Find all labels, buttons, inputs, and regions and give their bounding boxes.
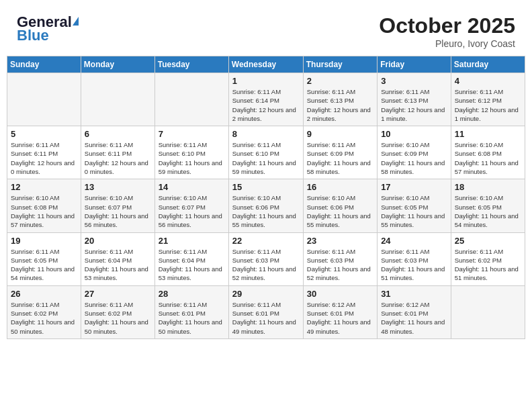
day-info-text: Sunrise: 6:11 AM xyxy=(159,140,225,149)
day-info-text: Sunset: 6:12 PM xyxy=(455,96,521,105)
calendar-cell: 15Sunrise: 6:10 AMSunset: 6:06 PMDayligh… xyxy=(228,179,303,232)
day-info-text: Daylight: 11 hours and 58 minutes. xyxy=(381,158,447,177)
day-number: 22 xyxy=(232,236,300,246)
day-info-text: Sunset: 6:01 PM xyxy=(159,309,225,318)
day-info-text: Sunrise: 6:11 AM xyxy=(11,300,77,309)
calendar-cell: 9Sunrise: 6:11 AMSunset: 6:09 PMDaylight… xyxy=(303,126,377,179)
calendar-cell: 2Sunrise: 6:11 AMSunset: 6:13 PMDaylight… xyxy=(303,73,377,126)
day-info-text: Sunrise: 6:12 AM xyxy=(381,300,447,309)
day-info-text: Sunrise: 6:11 AM xyxy=(11,140,77,149)
day-info-text: Sunrise: 6:10 AM xyxy=(455,193,521,202)
day-info-text: Sunrise: 6:10 AM xyxy=(159,193,225,202)
day-info-text: Sunrise: 6:10 AM xyxy=(455,140,521,149)
day-info-text: Sunrise: 6:11 AM xyxy=(85,300,151,309)
day-number: 27 xyxy=(85,289,151,299)
calendar-cell: 16Sunrise: 6:10 AMSunset: 6:06 PMDayligh… xyxy=(303,179,377,232)
day-info-text: Daylight: 11 hours and 54 minutes. xyxy=(11,265,77,283)
calendar-cell: 14Sunrise: 6:10 AMSunset: 6:07 PMDayligh… xyxy=(154,179,228,232)
logo-triangle-icon xyxy=(73,17,79,26)
day-info-text: Daylight: 11 hours and 56 minutes. xyxy=(159,212,225,230)
day-info-text: Daylight: 11 hours and 58 minutes. xyxy=(307,158,373,177)
day-info-text: Sunset: 6:06 PM xyxy=(307,203,373,212)
day-number: 24 xyxy=(381,236,447,246)
weekday-header: Friday xyxy=(378,56,451,73)
day-number: 20 xyxy=(85,236,151,246)
day-info-text: Sunset: 6:13 PM xyxy=(381,96,447,105)
day-info-text: Sunset: 6:04 PM xyxy=(85,256,151,265)
day-info-text: Sunrise: 6:10 AM xyxy=(11,193,77,202)
calendar-cell: 4Sunrise: 6:11 AMSunset: 6:12 PMDaylight… xyxy=(451,73,525,126)
day-info-text: Sunset: 6:04 PM xyxy=(159,256,225,265)
day-number: 9 xyxy=(307,129,373,139)
weekday-header: Thursday xyxy=(303,56,377,73)
day-info-text: Sunset: 6:01 PM xyxy=(232,309,300,318)
day-number: 29 xyxy=(232,289,300,299)
calendar-cell: 18Sunrise: 6:10 AMSunset: 6:05 PMDayligh… xyxy=(451,179,525,232)
day-info-text: Sunrise: 6:12 AM xyxy=(307,300,373,309)
day-number: 19 xyxy=(11,236,77,246)
day-number: 25 xyxy=(455,236,521,246)
calendar-cell: 24Sunrise: 6:11 AMSunset: 6:03 PMDayligh… xyxy=(378,232,451,285)
day-info-text: Daylight: 11 hours and 50 minutes. xyxy=(85,318,151,336)
calendar-cell xyxy=(81,73,154,126)
day-number: 28 xyxy=(159,289,225,299)
day-info-text: Sunrise: 6:11 AM xyxy=(232,87,300,96)
day-info-text: Sunset: 6:03 PM xyxy=(381,256,447,265)
day-info-text: Sunrise: 6:11 AM xyxy=(232,247,300,256)
calendar-cell: 11Sunrise: 6:10 AMSunset: 6:08 PMDayligh… xyxy=(451,126,525,179)
logo-blue: Blue xyxy=(17,27,49,44)
calendar-cell: 22Sunrise: 6:11 AMSunset: 6:03 PMDayligh… xyxy=(228,232,303,285)
day-info-text: Daylight: 11 hours and 57 minutes. xyxy=(11,212,77,230)
day-info-text: Sunrise: 6:10 AM xyxy=(85,193,151,202)
day-info-text: Sunrise: 6:11 AM xyxy=(159,247,225,256)
day-info-text: Daylight: 11 hours and 52 minutes. xyxy=(307,265,373,283)
day-number: 15 xyxy=(232,182,300,192)
day-info-text: Daylight: 11 hours and 49 minutes. xyxy=(232,318,300,336)
calendar-table: SundayMondayTuesdayWednesdayThursdayFrid… xyxy=(7,56,525,339)
day-info-text: Sunset: 6:03 PM xyxy=(307,256,373,265)
calendar-cell xyxy=(451,285,525,338)
calendar-cell: 30Sunrise: 6:12 AMSunset: 6:01 PMDayligh… xyxy=(303,285,377,338)
day-number: 1 xyxy=(232,76,300,86)
day-info-text: Daylight: 11 hours and 53 minutes. xyxy=(159,265,225,283)
day-info-text: Sunrise: 6:11 AM xyxy=(381,87,447,96)
page-header: General Blue October 2025 Pleuro, Ivory … xyxy=(7,7,525,52)
day-info-text: Daylight: 11 hours and 56 minutes. xyxy=(85,212,151,230)
day-number: 6 xyxy=(85,129,151,139)
day-info-text: Sunrise: 6:11 AM xyxy=(455,87,521,96)
calendar-cell: 25Sunrise: 6:11 AMSunset: 6:02 PMDayligh… xyxy=(451,232,525,285)
day-info-text: Sunset: 6:02 PM xyxy=(85,309,151,318)
day-number: 23 xyxy=(307,236,373,246)
day-info-text: Sunset: 6:05 PM xyxy=(11,256,77,265)
day-info-text: Sunset: 6:07 PM xyxy=(159,203,225,212)
calendar-cell: 8Sunrise: 6:11 AMSunset: 6:10 PMDaylight… xyxy=(228,126,303,179)
logo: General Blue xyxy=(17,13,80,44)
day-info-text: Daylight: 11 hours and 51 minutes. xyxy=(455,265,521,283)
day-info-text: Daylight: 11 hours and 55 minutes. xyxy=(381,212,447,230)
day-info-text: Sunrise: 6:11 AM xyxy=(159,300,225,309)
day-info-text: Sunset: 6:01 PM xyxy=(381,309,447,318)
day-info-text: Sunrise: 6:10 AM xyxy=(307,193,373,202)
day-info-text: Sunset: 6:05 PM xyxy=(455,203,521,212)
weekday-header: Saturday xyxy=(451,56,525,73)
day-info-text: Daylight: 11 hours and 59 minutes. xyxy=(232,158,300,177)
calendar-cell xyxy=(154,73,228,126)
day-info-text: Daylight: 11 hours and 51 minutes. xyxy=(381,265,447,283)
calendar-cell: 1Sunrise: 6:11 AMSunset: 6:14 PMDaylight… xyxy=(228,73,303,126)
day-info-text: Daylight: 12 hours and 2 minutes. xyxy=(307,105,373,124)
day-info-text: Sunrise: 6:11 AM xyxy=(307,87,373,96)
day-info-text: Daylight: 11 hours and 48 minutes. xyxy=(381,318,447,336)
day-number: 7 xyxy=(159,129,225,139)
calendar-cell: 26Sunrise: 6:11 AMSunset: 6:02 PMDayligh… xyxy=(7,285,81,338)
calendar-cell: 3Sunrise: 6:11 AMSunset: 6:13 PMDaylight… xyxy=(378,73,451,126)
day-info-text: Daylight: 12 hours and 1 minute. xyxy=(381,105,447,124)
day-number: 11 xyxy=(455,129,521,139)
day-info-text: Sunrise: 6:11 AM xyxy=(381,247,447,256)
day-info-text: Daylight: 11 hours and 55 minutes. xyxy=(232,212,300,230)
day-info-text: Sunset: 6:13 PM xyxy=(307,96,373,105)
day-number: 5 xyxy=(11,129,77,139)
weekday-header: Sunday xyxy=(7,56,81,73)
day-info-text: Sunset: 6:11 PM xyxy=(85,149,151,158)
day-info-text: Sunrise: 6:11 AM xyxy=(85,247,151,256)
calendar-week-row: 12Sunrise: 6:10 AMSunset: 6:08 PMDayligh… xyxy=(7,179,525,232)
